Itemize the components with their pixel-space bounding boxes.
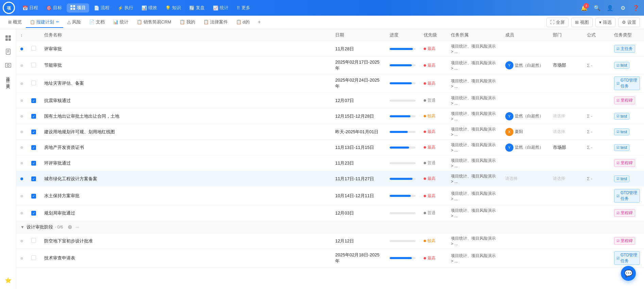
filter-button[interactable]: ▾ 筛选 [595,18,615,27]
row-name-cell: 评审审批 [40,41,331,57]
row-check-cell[interactable]: ✓ [27,171,40,187]
row-check-cell[interactable] [27,57,40,74]
section-more-button[interactable]: ··· [75,224,79,230]
table-row[interactable]: 地址灾害评估、备案 2025年02月24日-2025年 最高 项目统计、项目风险… [16,74,644,93]
nav2-risk[interactable]: △ 风险 [63,17,85,28]
section-collapse-icon[interactable]: ▼ [20,225,24,230]
settings-button[interactable]: ⚙ [617,2,628,13]
table-row[interactable]: 技术审查申请表 2025年02月18日-2025年 最高 项目统计、项目风险演示… [16,249,644,268]
table-row[interactable]: ✓ 水土保持方案审批 10月14日-12月11日 最高 项目统计、项目风险演示 … [16,187,644,205]
row-checkbox[interactable]: ✓ [31,161,36,166]
second-nav-right: ⛶ 全屏 ⊞ 视图 ▾ 筛选 ⚙ 设置 [546,18,640,27]
row-checkbox[interactable]: ✓ [31,211,36,216]
sidebar-star[interactable]: ⭐ [2,274,14,286]
row-checkbox[interactable] [31,238,36,243]
left-sidebar: 项目统计 项目风 ⭐ [0,29,16,289]
table-row[interactable]: ✓ 抗震审核通过 12月07日 普通 项目统计、项目风险演示 > ... [16,93,644,108]
row-type: ☑ GTD管理任务 [610,74,644,93]
nav-project[interactable]: 项目 [67,3,89,13]
help-button[interactable]: ❓ [630,2,641,13]
nav2-mine[interactable]: 📋 我的 [175,17,199,28]
sidebar-photo[interactable] [2,59,14,71]
dept-value: 市场部 [553,63,566,68]
member-select[interactable]: 请选择 [505,176,518,181]
row-expand [16,155,27,171]
nav2-overview[interactable]: ⊞ 概览 [4,17,26,28]
row-checkbox[interactable]: ✓ [31,194,36,199]
row-date: 2025年02月17日-2025年 [331,57,386,74]
table-row[interactable]: 节能审批 2025年02月17日-2025年 最高 项目统计、项目风险演示 > … [16,57,644,74]
row-check-cell[interactable]: ✓ [27,155,40,171]
view-button[interactable]: ⊞ 视图 [571,18,593,27]
sort-icon[interactable]: ↕ [20,33,22,38]
nav-goals[interactable]: 🎯 目标 [43,3,65,12]
sidebar-doc[interactable] [2,46,14,58]
nav-performance[interactable]: 📊 绩效 [138,3,160,12]
search-button[interactable]: 🔍 [592,2,603,13]
row-check-cell[interactable] [27,74,40,93]
table-row[interactable]: ✓ 房地产开发资质证书 11月13日-11月15日 最高 项目统计、项目风险演示… [16,140,644,155]
nav-review[interactable]: 🔄 复盘 [186,3,208,12]
table-row[interactable]: ✓ 建设用地规划许可规、划用地红线图 昨天-2025年01月01日 最高 项目统… [16,124,644,140]
table-row[interactable]: ✓ 环评审批通过 11月23日 普通 项目统计、项目风险演示 > ... [16,155,644,171]
dept-select[interactable]: 请选择 [553,114,565,118]
question-icon: ❓ [632,5,639,11]
task-type-icon: ☑ [616,146,620,149]
dept-select[interactable]: 请选择 [553,176,565,181]
sidebar-project-risk[interactable]: 项目风 [5,80,11,84]
nav-knowledge[interactable]: 💡 知识 [162,3,184,12]
row-checkbox[interactable] [31,255,36,260]
row-check-cell[interactable]: ✓ [27,140,40,155]
row-check-cell[interactable]: ✓ [27,187,40,205]
row-check-cell[interactable] [27,249,40,268]
row-checkbox[interactable] [31,63,36,67]
nav-execute[interactable]: ⚡ 执行 [114,3,137,12]
table-row[interactable]: ✓ 规划局审批通过 12月03日 普通 项目统计、项目风险演示 > ... [16,205,644,221]
row-checkbox[interactable]: ✓ [31,145,36,150]
dept-select[interactable]: 请选择 [553,129,565,134]
row-check-cell[interactable]: ✓ [27,124,40,140]
settings-config-button[interactable]: ⚙ 设置 [618,18,640,27]
nav2-report[interactable]: 📋 报建计划 ✏ [26,17,63,28]
nav-flow[interactable]: 📄 流程 [90,3,113,12]
sidebar-grid[interactable] [2,32,14,44]
priority-dot [424,240,426,242]
nav-more[interactable]: ⠿ 更多 [233,3,254,12]
row-checkbox[interactable]: ✓ [31,176,36,181]
row-check-cell[interactable] [27,41,40,57]
table-row[interactable]: 防空地下室初步设计批准 12月12日 较高 项目统计、项目风险演示 > ... … [16,233,644,249]
row-date: 11月28日 [331,41,386,57]
nav2-crm[interactable]: 📋 销售简易CRM [133,17,175,28]
row-dot [20,240,23,242]
nav2-add[interactable]: + [254,17,265,28]
nav2-d[interactable]: 📋 d的 [232,17,254,28]
nav2-docs[interactable]: 📄 文档 [85,17,109,28]
nav-schedule[interactable]: 📅 日程 [19,3,41,12]
sidebar-project-stats[interactable]: 项目统计 [5,73,11,78]
fullscreen-button[interactable]: ⛶ 全屏 [546,18,569,27]
app-logo[interactable]: 项 [3,2,15,14]
row-checkbox[interactable]: ✓ [31,130,36,134]
row-checkbox[interactable] [31,46,36,51]
row-checkbox[interactable]: ✓ [31,114,36,119]
notification-button[interactable]: 🔔 3 [579,2,590,13]
member-name: 盐然（白超然） [515,144,543,150]
section-add-button[interactable]: ⊕ [68,224,72,230]
nav-stats[interactable]: 📈 统计 [209,3,232,12]
row-dept [549,249,583,268]
user-button[interactable]: 👤 [605,2,615,13]
row-check-cell[interactable]: ✓ [27,93,40,108]
row-check-cell[interactable]: ✓ [27,205,40,221]
row-checkbox[interactable]: ✓ [31,98,36,103]
task-table: ↕ 任务名称 日期 进度 优先级 任务 [16,29,644,268]
row-checkbox[interactable] [31,81,36,85]
fab-button[interactable]: 💬 [621,266,636,281]
table-row[interactable]: ✓ 城市绿化工程设计方案备案 11月17日-11月27日 最高 项目统计、项目风… [16,171,644,187]
table-row[interactable]: ✓ 国有土地出让审批土地出让合同，土地 12月15日-12月28日 较高 项目统… [16,108,644,124]
table-row[interactable]: 评审审批 11月28日 最高 项目统计、项目风险演示 > ... ☑ 主任务 [16,41,644,57]
row-check-cell[interactable] [27,233,40,249]
row-scope: 项目统计、项目风险演示 > ... [447,41,501,57]
row-check-cell[interactable]: ✓ [27,108,40,124]
nav2-legal[interactable]: 📋 法律案件 [199,17,232,28]
nav2-stats[interactable]: 📊 统计 [109,17,133,28]
